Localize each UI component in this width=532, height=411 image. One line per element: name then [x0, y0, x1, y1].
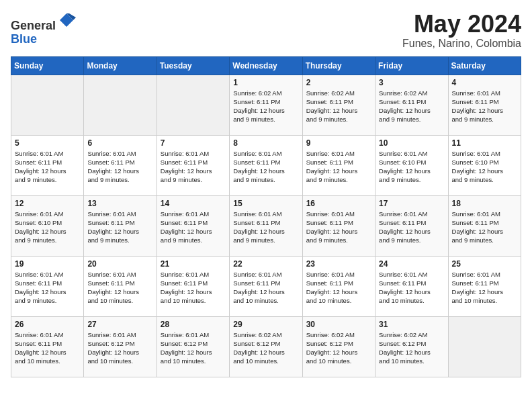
calendar-cell: 16Sunrise: 6:01 AM Sunset: 6:11 PM Dayli… [302, 195, 375, 256]
day-info: Sunrise: 6:01 AM Sunset: 6:11 PM Dayligh… [87, 270, 152, 306]
calendar-cell [11, 75, 84, 135]
day-number: 21 [161, 259, 226, 269]
day-info: Sunrise: 6:01 AM Sunset: 6:11 PM Dayligh… [452, 89, 517, 124]
day-number: 4 [452, 78, 517, 87]
day-number: 22 [233, 259, 298, 269]
calendar-cell: 3Sunrise: 6:02 AM Sunset: 6:11 PM Daylig… [375, 75, 448, 135]
calendar-cell: 4Sunrise: 6:01 AM Sunset: 6:11 PM Daylig… [448, 75, 521, 135]
day-number: 1 [233, 78, 298, 87]
column-header-tuesday: Tuesday [157, 56, 229, 75]
day-number: 11 [452, 138, 517, 148]
calendar-cell: 11Sunrise: 6:01 AM Sunset: 6:10 PM Dayli… [448, 135, 521, 195]
day-number: 31 [379, 320, 444, 329]
day-number: 30 [306, 320, 371, 329]
calendar-cell: 17Sunrise: 6:01 AM Sunset: 6:11 PM Dayli… [375, 195, 448, 256]
day-number: 18 [452, 199, 517, 208]
day-number: 14 [161, 199, 226, 208]
calendar-cell [157, 75, 229, 135]
day-number: 17 [379, 199, 444, 208]
calendar-cell: 8Sunrise: 6:01 AM Sunset: 6:11 PM Daylig… [230, 135, 302, 195]
calendar-week-row: 12Sunrise: 6:01 AM Sunset: 6:10 PM Dayli… [11, 195, 521, 256]
day-info: Sunrise: 6:02 AM Sunset: 6:11 PM Dayligh… [306, 89, 371, 124]
day-number: 10 [379, 138, 444, 148]
calendar-cell: 1Sunrise: 6:02 AM Sunset: 6:11 PM Daylig… [230, 75, 302, 135]
day-info: Sunrise: 6:01 AM Sunset: 6:12 PM Dayligh… [87, 330, 152, 366]
day-info: Sunrise: 6:01 AM Sunset: 6:10 PM Dayligh… [15, 210, 80, 245]
calendar-cell: 15Sunrise: 6:01 AM Sunset: 6:11 PM Dayli… [230, 195, 302, 256]
day-info: Sunrise: 6:01 AM Sunset: 6:11 PM Dayligh… [233, 149, 298, 185]
calendar-cell: 21Sunrise: 6:01 AM Sunset: 6:11 PM Dayli… [157, 256, 229, 316]
day-info: Sunrise: 6:01 AM Sunset: 6:11 PM Dayligh… [15, 330, 80, 366]
day-number: 25 [452, 259, 517, 269]
day-info: Sunrise: 6:01 AM Sunset: 6:11 PM Dayligh… [15, 270, 80, 306]
day-number: 23 [306, 259, 371, 269]
day-info: Sunrise: 6:02 AM Sunset: 6:12 PM Dayligh… [379, 330, 444, 366]
calendar-week-row: 19Sunrise: 6:01 AM Sunset: 6:11 PM Dayli… [11, 256, 521, 316]
day-info: Sunrise: 6:01 AM Sunset: 6:11 PM Dayligh… [161, 270, 226, 306]
column-header-sunday: Sunday [11, 56, 84, 75]
calendar-cell [448, 316, 521, 377]
logo-icon [57, 11, 76, 30]
calendar-cell: 28Sunrise: 6:01 AM Sunset: 6:12 PM Dayli… [157, 316, 229, 377]
calendar-cell: 6Sunrise: 6:01 AM Sunset: 6:11 PM Daylig… [84, 135, 157, 195]
calendar-cell: 24Sunrise: 6:01 AM Sunset: 6:11 PM Dayli… [375, 256, 448, 316]
day-info: Sunrise: 6:01 AM Sunset: 6:11 PM Dayligh… [379, 210, 444, 245]
calendar-cell: 12Sunrise: 6:01 AM Sunset: 6:10 PM Dayli… [11, 195, 84, 256]
day-number: 29 [233, 320, 298, 329]
column-header-saturday: Saturday [448, 56, 521, 75]
day-number: 15 [233, 199, 298, 208]
calendar-cell: 27Sunrise: 6:01 AM Sunset: 6:12 PM Dayli… [84, 316, 157, 377]
day-number: 16 [306, 199, 371, 208]
day-number: 6 [87, 138, 152, 148]
calendar-cell: 19Sunrise: 6:01 AM Sunset: 6:11 PM Dayli… [11, 256, 84, 316]
calendar-cell: 26Sunrise: 6:01 AM Sunset: 6:11 PM Dayli… [11, 316, 84, 377]
page-header: General Blue May 2024 Funes, Narino, Col… [11, 11, 521, 50]
day-info: Sunrise: 6:01 AM Sunset: 6:11 PM Dayligh… [87, 210, 152, 245]
calendar-header-row: SundayMondayTuesdayWednesdayThursdayFrid… [11, 56, 521, 75]
day-number: 9 [306, 138, 371, 148]
calendar-title: May 2024 [402, 11, 521, 38]
day-info: Sunrise: 6:02 AM Sunset: 6:11 PM Dayligh… [233, 89, 298, 124]
calendar-cell: 22Sunrise: 6:01 AM Sunset: 6:11 PM Dayli… [230, 256, 302, 316]
day-info: Sunrise: 6:01 AM Sunset: 6:10 PM Dayligh… [379, 149, 444, 185]
logo-blue: Blue [11, 32, 37, 46]
day-info: Sunrise: 6:01 AM Sunset: 6:10 PM Dayligh… [452, 149, 517, 185]
day-number: 13 [87, 199, 152, 208]
calendar-cell: 29Sunrise: 6:02 AM Sunset: 6:12 PM Dayli… [230, 316, 302, 377]
day-number: 28 [161, 320, 226, 329]
day-info: Sunrise: 6:01 AM Sunset: 6:11 PM Dayligh… [233, 210, 298, 245]
calendar-cell: 31Sunrise: 6:02 AM Sunset: 6:12 PM Dayli… [375, 316, 448, 377]
calendar-subtitle: Funes, Narino, Colombia [402, 38, 521, 50]
day-info: Sunrise: 6:02 AM Sunset: 6:12 PM Dayligh… [233, 330, 298, 366]
day-number: 20 [87, 259, 152, 269]
calendar-week-row: 5Sunrise: 6:01 AM Sunset: 6:11 PM Daylig… [11, 135, 521, 195]
day-number: 2 [306, 78, 371, 87]
column-header-friday: Friday [375, 56, 448, 75]
day-info: Sunrise: 6:01 AM Sunset: 6:11 PM Dayligh… [452, 270, 517, 306]
day-number: 3 [379, 78, 444, 87]
calendar-cell: 5Sunrise: 6:01 AM Sunset: 6:11 PM Daylig… [11, 135, 84, 195]
logo: General Blue [11, 11, 76, 46]
day-number: 12 [15, 199, 80, 208]
day-info: Sunrise: 6:01 AM Sunset: 6:11 PM Dayligh… [87, 149, 152, 185]
calendar-cell: 9Sunrise: 6:01 AM Sunset: 6:11 PM Daylig… [302, 135, 375, 195]
day-info: Sunrise: 6:01 AM Sunset: 6:11 PM Dayligh… [306, 210, 371, 245]
day-info: Sunrise: 6:01 AM Sunset: 6:11 PM Dayligh… [379, 270, 444, 306]
title-section: May 2024 Funes, Narino, Colombia [402, 11, 521, 50]
calendar-cell [84, 75, 157, 135]
day-number: 24 [379, 259, 444, 269]
day-number: 19 [15, 259, 80, 269]
day-info: Sunrise: 6:01 AM Sunset: 6:11 PM Dayligh… [15, 149, 80, 185]
calendar-cell: 14Sunrise: 6:01 AM Sunset: 6:11 PM Dayli… [157, 195, 229, 256]
day-info: Sunrise: 6:01 AM Sunset: 6:11 PM Dayligh… [233, 270, 298, 306]
calendar-cell: 13Sunrise: 6:01 AM Sunset: 6:11 PM Dayli… [84, 195, 157, 256]
day-info: Sunrise: 6:01 AM Sunset: 6:11 PM Dayligh… [161, 210, 226, 245]
day-info: Sunrise: 6:01 AM Sunset: 6:11 PM Dayligh… [452, 210, 517, 245]
calendar-table: SundayMondayTuesdayWednesdayThursdayFrid… [11, 56, 521, 377]
day-info: Sunrise: 6:01 AM Sunset: 6:11 PM Dayligh… [161, 149, 226, 185]
calendar-cell: 7Sunrise: 6:01 AM Sunset: 6:11 PM Daylig… [157, 135, 229, 195]
calendar-cell: 10Sunrise: 6:01 AM Sunset: 6:10 PM Dayli… [375, 135, 448, 195]
day-number: 5 [15, 138, 80, 148]
calendar-cell: 18Sunrise: 6:01 AM Sunset: 6:11 PM Dayli… [448, 195, 521, 256]
day-number: 7 [161, 138, 226, 148]
